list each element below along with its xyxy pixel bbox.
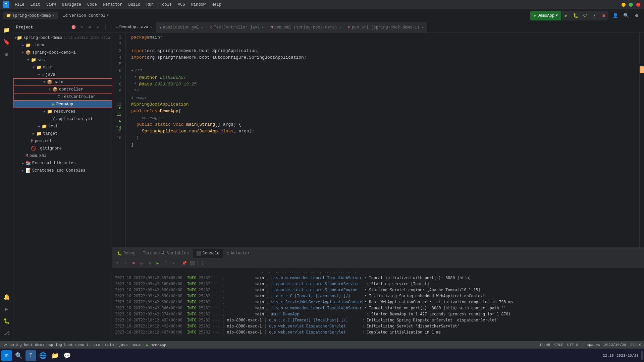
- menu-window[interactable]: Window: [189, 2, 208, 8]
- editor-scrollbar[interactable]: [639, 33, 644, 247]
- collapse-all-button[interactable]: ≡: [78, 24, 85, 31]
- menu-refactor[interactable]: Refactor: [100, 2, 125, 8]
- more-console-btn[interactable]: ⋮: [199, 260, 206, 267]
- tree-application-yml[interactable]: ▶ Y application.yml: [13, 115, 112, 123]
- tree-scratches[interactable]: ▶ 📝 Scratches and Consoles: [13, 167, 112, 174]
- step-over-btn[interactable]: ⤵: [162, 260, 169, 267]
- project-icon-btn[interactable]: 📁: [1, 25, 12, 36]
- tree-gitignore[interactable]: ▶ 🚫 .gitignore: [13, 145, 112, 152]
- tab-threads[interactable]: Threads & Variables: [140, 249, 192, 258]
- tab-application-yml[interactable]: Y application.yml ✕: [156, 22, 207, 33]
- tab-close-pom2[interactable]: ✕: [421, 25, 423, 29]
- tree-demoapp[interactable]: ▶ ▶ DemoApp: [13, 101, 112, 108]
- tree-module-label: spring-boot-demo-1: [32, 50, 76, 55]
- tree-spring-boot-demo-1[interactable]: ▼ 📦 spring-boot-demo-1: [13, 49, 112, 56]
- tab-close-pom1[interactable]: ✕: [339, 25, 341, 29]
- tab-debug[interactable]: 🐛 Debug: [114, 249, 139, 258]
- more-run-options[interactable]: ⋮: [590, 11, 599, 20]
- menu-help[interactable]: Help: [209, 2, 224, 8]
- code-editor-content[interactable]: package main; import org.springframework…: [126, 33, 639, 247]
- tree-root[interactable]: ▼ 📁 spring-boot-demo D:\IntelliJ IDEA 20…: [13, 34, 112, 42]
- tab-pom2[interactable]: M pom.xml (spring-boot-demo-1) ✕: [345, 22, 427, 33]
- tree-pom-module[interactable]: ▶ M pom.xml: [13, 137, 112, 145]
- taskbar-explorer[interactable]: 📁: [50, 350, 60, 361]
- stop-button[interactable]: ■: [599, 11, 608, 20]
- tree-main-package[interactable]: ▼ 📦 main: [13, 78, 112, 86]
- fold-icon[interactable]: ▼: [131, 68, 133, 74]
- resume-btn[interactable]: ▶: [154, 260, 161, 267]
- code-line-11: @SpringBootApplication: [126, 101, 639, 108]
- maximize-button[interactable]: [629, 3, 633, 7]
- menu-build[interactable]: Build: [125, 2, 143, 8]
- tree-test-label: test: [48, 124, 58, 129]
- project-selector[interactable]: 📁 spring-boot-demo ▼: [3, 12, 58, 19]
- settings-panel-button[interactable]: ⚙: [86, 24, 93, 31]
- menu-tools[interactable]: Tools: [157, 2, 174, 8]
- tab-demoapp[interactable]: ☕ DemoApp.java ✕: [112, 22, 156, 33]
- show-desktop-btn[interactable]: [641, 351, 643, 360]
- tree-idea[interactable]: ▶ 📁 .idea: [13, 42, 112, 49]
- coverage-button[interactable]: 🛡: [580, 11, 590, 20]
- tab-close-tc[interactable]: ✕: [262, 25, 264, 29]
- tab-actuator[interactable]: ⚙ Actuator: [223, 249, 253, 258]
- taskbar-chrome[interactable]: 🌐: [38, 350, 48, 361]
- search-button[interactable]: 🔍: [621, 11, 631, 20]
- close-panel-button[interactable]: ✕: [94, 24, 101, 31]
- tree-resources[interactable]: ▼ 📁 resources: [13, 108, 112, 115]
- menu-run[interactable]: Run: [144, 2, 156, 8]
- code-line-7: * @author LLTHEBEAST: [126, 74, 639, 81]
- tree-main[interactable]: ▼ 📁 main: [13, 64, 112, 71]
- taskbar-wechat[interactable]: 💬: [62, 350, 72, 361]
- run-button[interactable]: ▶: [561, 11, 571, 20]
- tab-close-demoapp[interactable]: ✕: [150, 25, 152, 29]
- tree-controller[interactable]: ▼ 📦 controller: [13, 86, 112, 93]
- more-options-button[interactable]: ⋮: [102, 24, 109, 31]
- notifications-icon[interactable]: 🔔: [1, 292, 12, 302]
- tree-java[interactable]: ▼ ☕ java: [13, 71, 112, 78]
- menu-view[interactable]: View: [44, 2, 59, 8]
- structure-icon[interactable]: ⚙: [1, 49, 12, 60]
- bookmarks-icon[interactable]: 🔖: [1, 37, 12, 48]
- filter-btn[interactable]: ⬛: [189, 260, 196, 267]
- taskbar-intellij[interactable]: I: [25, 350, 36, 361]
- scroll-up-btn[interactable]: ↑: [114, 260, 121, 267]
- settings-button[interactable]: ⚙: [632, 11, 641, 20]
- debug-icon-side[interactable]: 🐛: [1, 316, 12, 326]
- tab-testcontroller[interactable]: C TestController.java ✕: [207, 22, 267, 33]
- tree-test[interactable]: ▶ 📁 test: [13, 123, 112, 130]
- scroll-down-btn[interactable]: ↓: [122, 260, 129, 267]
- menu-navigate[interactable]: Navigate: [59, 2, 84, 8]
- tree-pom-root[interactable]: ▶ M pom.xml: [13, 152, 112, 160]
- editor[interactable]: 1 2 3 4 5 6 7 8 9 11 ▶ 12 ▶ 14 15 16: [112, 33, 644, 247]
- run-config-name[interactable]: ▶ DemoApp ▼: [530, 11, 561, 20]
- tree-target[interactable]: ▶ 📁 target: [13, 130, 112, 137]
- tab-pom1[interactable]: M pom.xml (spring-boot-demo) ✕: [267, 22, 345, 33]
- menu-vcs[interactable]: VCS: [175, 2, 188, 8]
- minimize-button[interactable]: [622, 3, 626, 7]
- step-into-btn[interactable]: ⬇: [170, 260, 177, 267]
- pin-btn[interactable]: 📌: [180, 260, 188, 267]
- menu-edit[interactable]: Edit: [28, 2, 43, 8]
- tree-arrow: ▶: [20, 161, 25, 165]
- debug-button[interactable]: 🐛: [571, 11, 580, 20]
- tab-close-yml[interactable]: ✕: [201, 25, 203, 29]
- version-control-selector[interactable]: ⎇ Version control ▼: [60, 12, 111, 19]
- scroll-to-source-button[interactable]: 🎯: [70, 24, 77, 31]
- profile-button[interactable]: 👤: [610, 11, 620, 20]
- start-button[interactable]: ⊞: [1, 350, 12, 361]
- tree-src[interactable]: ▼ 📁 src: [13, 56, 112, 64]
- git-icon-side[interactable]: ⎇: [1, 328, 12, 339]
- menu-file[interactable]: File: [12, 2, 27, 8]
- bottom-panel: 🐛 Debug Threads & Variables ⬛ Console ⚙ …: [112, 247, 644, 341]
- tree-testcontroller[interactable]: ▶ C TestController: [13, 93, 112, 101]
- tabs-more-button[interactable]: ⋮: [633, 23, 643, 32]
- taskbar-search[interactable]: 🔍: [13, 350, 24, 361]
- close-button[interactable]: [636, 3, 640, 7]
- tab-console[interactable]: ⬛ Console: [193, 249, 223, 258]
- run-icon-side[interactable]: ▶: [1, 304, 12, 314]
- menu-code[interactable]: Code: [85, 2, 100, 8]
- stop-console-btn[interactable]: ■: [130, 260, 137, 267]
- rerun-btn[interactable]: ↻: [138, 260, 145, 267]
- pause-btn[interactable]: ⏸: [146, 260, 153, 267]
- tree-external-libs[interactable]: ▶ 📚 External Libraries: [13, 160, 112, 167]
